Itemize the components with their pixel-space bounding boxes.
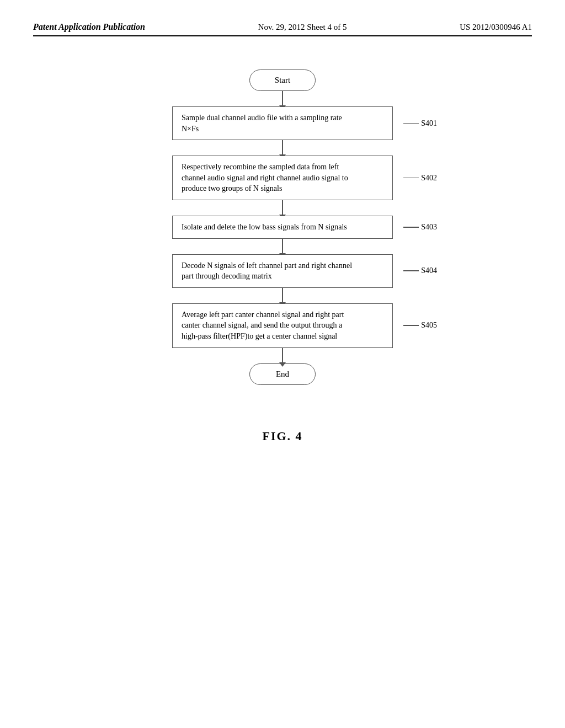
step-s403-label: S403	[403, 223, 437, 232]
arrow-5	[282, 288, 283, 303]
step-s404-box: Decode N signals of left channel part an…	[172, 254, 393, 288]
page-header: Patent Application Publication Nov. 29, …	[33, 22, 532, 36]
step-s404-container: Decode N signals of left channel part an…	[172, 254, 393, 288]
step-s402-box: Respectively recombine the sampled data …	[172, 156, 393, 200]
flowchart: Start Sample dual channel audio file wit…	[33, 69, 532, 385]
step-s401-text: Sample dual channel audio file with a sa…	[182, 114, 342, 133]
end-label: End	[276, 370, 289, 378]
date-sheet-label: Nov. 29, 2012 Sheet 4 of 5	[258, 23, 347, 32]
step-s403-container: Isolate and delete the low bass signals …	[172, 216, 393, 239]
step-s404-text: Decode N signals of left channel part an…	[182, 261, 352, 281]
patent-number-label: US 2012/0300946 A1	[460, 23, 532, 32]
step-s402-container: Respectively recombine the sampled data …	[172, 156, 393, 200]
step-s403-box: Isolate and delete the low bass signals …	[172, 216, 393, 239]
step-s405-label: S405	[403, 321, 437, 330]
step-s405-box: Average left part canter channel signal …	[172, 303, 393, 348]
step-s401-label: S401	[403, 119, 437, 128]
start-shape: Start	[249, 69, 316, 91]
start-label: Start	[275, 76, 290, 84]
page: Patent Application Publication Nov. 29, …	[0, 0, 565, 728]
arrow-6	[282, 348, 283, 363]
step-s401-container: Sample dual channel audio file with a sa…	[172, 106, 393, 140]
publication-label: Patent Application Publication	[33, 22, 145, 32]
step-s402-text: Respectively recombine the sampled data …	[182, 163, 348, 192]
step-s405-container: Average left part canter channel signal …	[172, 303, 393, 348]
figure-caption: FIG. 4	[33, 429, 532, 443]
arrow-4	[282, 239, 283, 254]
arrow-3	[282, 200, 283, 216]
arrow-1	[282, 91, 283, 106]
step-s401-box: Sample dual channel audio file with a sa…	[172, 106, 393, 140]
step-s403-text: Isolate and delete the low bass signals …	[182, 223, 347, 231]
step-s402-label: S402	[403, 174, 437, 183]
step-s404-label: S404	[403, 266, 437, 275]
arrow-2	[282, 140, 283, 156]
step-s405-text: Average left part canter channel signal …	[182, 311, 344, 340]
